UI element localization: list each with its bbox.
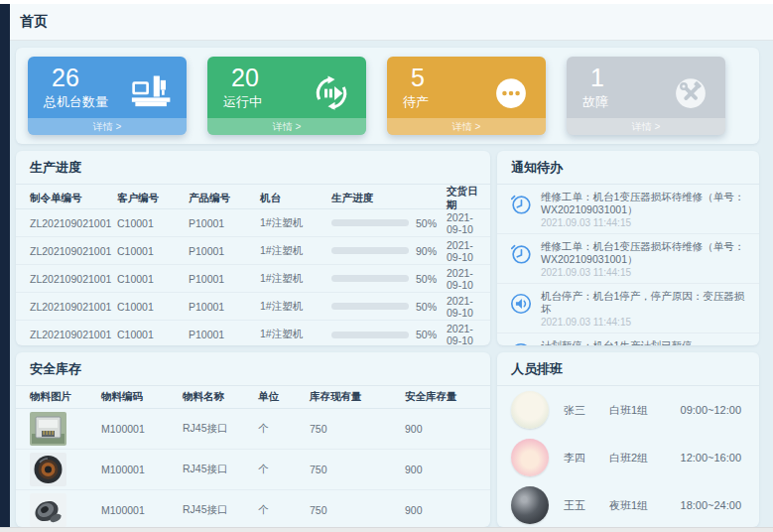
column-header: 产品编号 (189, 192, 260, 205)
stat-card-total-machines[interactable]: 26 总机台数量 详情 > (28, 57, 187, 135)
notification-item[interactable]: 维修工单：机台1变压器损坏待维修（单号：WX202109031001） 2021… (497, 185, 759, 234)
column-header: 物料名称 (183, 390, 258, 404)
material-name: RJ45接口 (183, 503, 258, 517)
delivery-date: 2021-09-10 (447, 239, 482, 263)
machine: 1#注塑机 (260, 300, 331, 314)
staff-schedule-panel: 人员排班 张三 白班1组 09:00~12:00 李四 白班2组 12:00~1… (497, 352, 759, 527)
stat-detail-link[interactable]: 详情 > (207, 118, 366, 135)
machine-icon (131, 72, 173, 114)
notification-time: 2021.09.03 11:44:15 (541, 217, 747, 228)
avatar (511, 391, 549, 429)
customer-no: C10001 (117, 245, 189, 257)
table-row: ZL202109021001 C10001 P10001 1#注塑机 50% 2… (16, 293, 490, 321)
progress-bar (331, 275, 409, 282)
staff-panel-title: 人员排班 (497, 352, 759, 386)
rj45-connector-photo (30, 412, 66, 446)
order-no: ZL202109021001 (30, 217, 117, 229)
stat-detail-link[interactable]: 详情 > (567, 118, 725, 135)
speaker-front-photo (30, 453, 66, 486)
safety-stock-panel-title: 安全库存 (16, 352, 490, 386)
column-header: 生产进度 (331, 192, 447, 205)
progress-bar (331, 219, 409, 226)
notification-time: 2021.09.03 11:44:15 (541, 317, 747, 328)
staff-row: 李四 白班2组 12:00~16:00 (497, 434, 759, 481)
notification-item[interactable]: 维修工单：机台1变压器损坏待维修（单号：WX202109031001） 2021… (497, 234, 759, 284)
production-table-header: 制令单编号 客户编号 产品编号 机台 生产进度 交货日期 (16, 185, 490, 209)
column-header: 客户编号 (117, 192, 189, 205)
column-header: 安全库存量 (405, 390, 482, 404)
machine: 1#注塑机 (260, 328, 331, 341)
stat-detail-link[interactable]: 详情 > (387, 118, 546, 135)
delivery-date: 2021-09-10 (447, 295, 482, 319)
progress-cell: 90% (331, 245, 447, 257)
progress-bar (331, 332, 409, 338)
production-progress-panel: 生产进度 制令单编号 客户编号 产品编号 机台 生产进度 交货日期 ZL2021… (16, 151, 490, 345)
stat-card-fault[interactable]: 1 故障 详情 > (567, 57, 725, 135)
notification-item[interactable]: 计划暂停：机台1生产计划已暂停 2021.09.03 11:44:15 (497, 333, 759, 345)
table-row: M100001 RJ45接口 个 750 900 (16, 490, 490, 527)
safety-qty: 900 (405, 504, 482, 516)
page-content: 26 总机台数量 详情 > 20 运行中 (10, 41, 773, 527)
material-name: RJ45接口 (183, 463, 258, 476)
notification-text: 机台停产：机台1停产，停产原因：变压器损坏 (541, 290, 747, 315)
ellipsis-icon (490, 72, 532, 114)
safety-stock-panel: 安全库存 物料图片 物料编码 物料名称 单位 库存现有量 安全库存量 (16, 352, 490, 527)
product-no: P10001 (189, 217, 260, 229)
sidebar-edge-strip (0, 4, 10, 527)
stock-table-header: 物料图片 物料编码 物料名称 单位 库存现有量 安全库存量 (16, 386, 490, 409)
column-header: 交货日期 (447, 185, 482, 212)
column-header: 制令单编号 (30, 192, 117, 205)
customer-no: C10001 (117, 301, 189, 313)
customer-no: C10001 (117, 273, 189, 285)
staff-time: 18:00~24:00 (681, 499, 741, 511)
unit: 个 (258, 422, 310, 436)
stat-card-pending[interactable]: 5 待产 详情 > (387, 57, 546, 135)
progress-label: 50% (416, 273, 437, 285)
table-row: M100001 RJ45接口 个 750 900 (16, 450, 490, 490)
speaker-side-photo (30, 493, 66, 527)
clock-icon (509, 193, 533, 216)
product-no: P10001 (189, 245, 260, 257)
staff-shift: 白班2组 (609, 451, 679, 466)
stat-detail-link[interactable]: 详情 > (28, 118, 187, 135)
notifications-panel-title: 通知待办 (497, 151, 759, 185)
table-row: ZL202109021001 C10001 P10001 1#注塑机 50% 2… (16, 265, 490, 293)
window-bottom-edge (0, 527, 773, 532)
page-title: 首页 (20, 13, 48, 31)
customer-no: C10001 (117, 329, 189, 340)
notification-text: 计划暂停：机台1生产计划已暂停 (541, 339, 693, 345)
material-name: RJ45接口 (183, 422, 258, 436)
column-header: 物料图片 (30, 390, 101, 404)
on-hand-qty: 750 (310, 504, 405, 516)
table-row: ZL202109021001 C10001 P10001 1#注塑机 50% 2… (16, 321, 490, 345)
staff-name: 李四 (564, 451, 609, 466)
column-header: 物料编码 (101, 390, 183, 404)
staff-row: 王五 夜班1组 18:00~24:00 (497, 481, 759, 527)
column-header: 库存现有量 (310, 390, 405, 404)
customer-no: C10001 (117, 217, 189, 229)
safety-qty: 900 (405, 464, 482, 475)
staff-row: 张三 白班1组 09:00~12:00 (497, 386, 759, 434)
unit: 个 (258, 503, 310, 517)
table-row: ZL202109021001 C10001 P10001 1#注塑机 50% 2… (16, 209, 490, 237)
machine: 1#注塑机 (260, 244, 331, 258)
staff-name: 张三 (564, 403, 609, 418)
progress-cell: 50% (331, 217, 447, 229)
progress-bar (331, 303, 409, 310)
speaker-icon (509, 341, 533, 345)
notification-item[interactable]: 机台停产：机台1停产，停产原因：变压器损坏 2021.09.03 11:44:1… (497, 284, 759, 333)
stat-card-running[interactable]: 20 运行中 详情 > (207, 57, 366, 135)
machine: 1#注塑机 (260, 216, 331, 230)
progress-cell: 50% (331, 329, 447, 340)
notification-time: 2021.09.03 11:44:15 (541, 267, 747, 278)
progress-label: 90% (416, 245, 437, 257)
dashboard-page: 首页 26 总机台数量 详情 > (10, 4, 773, 527)
delivery-date: 2021-09-10 (447, 323, 482, 345)
progress-label: 50% (416, 329, 437, 340)
material-code: M100001 (101, 504, 183, 516)
clock-icon (509, 242, 533, 266)
tools-icon (670, 72, 711, 114)
progress-bar (331, 247, 409, 254)
product-no: P10001 (189, 301, 260, 313)
notification-text: 维修工单：机台1变压器损坏待维修（单号：WX202109031001） (541, 240, 747, 265)
